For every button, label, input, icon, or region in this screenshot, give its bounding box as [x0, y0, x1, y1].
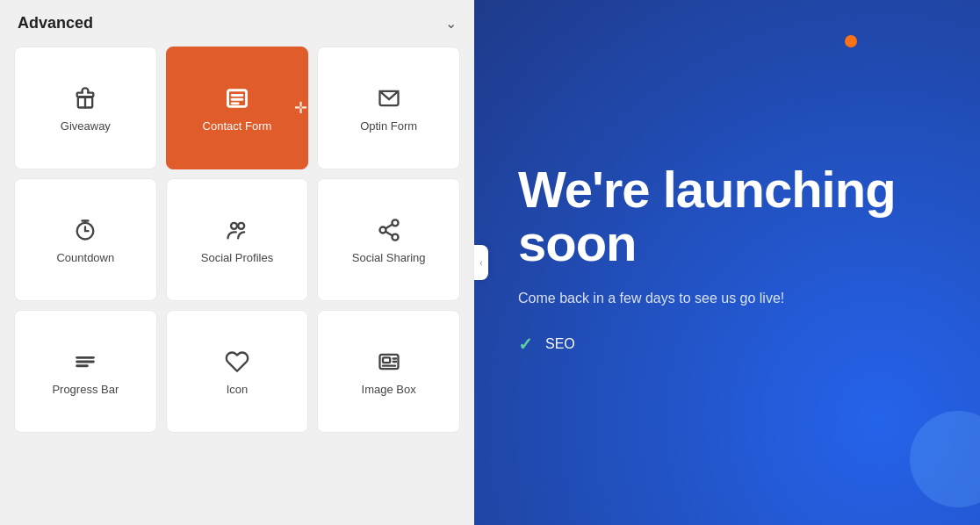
svg-line-16 [386, 224, 393, 228]
feature-seo-label: SEO [545, 336, 575, 352]
decorative-dot-orange [845, 35, 857, 47]
grid-item-countdown[interactable]: Countdown [14, 178, 157, 301]
left-panel-wrapper: Advanced ⌄ Giveaway [0, 0, 474, 525]
svg-point-11 [238, 222, 244, 228]
grid-item-icon-widget[interactable]: Icon [166, 310, 309, 433]
image-box-label: Image Box [362, 383, 416, 396]
left-panel: Advanced ⌄ Giveaway [0, 0, 474, 525]
svg-line-15 [386, 231, 393, 235]
panel-title: Advanced [18, 14, 93, 32]
preview-content: We're launching soon Come back in a few … [518, 163, 936, 362]
social-profiles-label: Social Profiles [201, 251, 273, 264]
optin-form-label: Optin Form [360, 119, 417, 133]
chevron-down-icon[interactable]: ⌄ [445, 15, 457, 32]
grid-item-contact-form[interactable]: Contact Form ✛ [166, 47, 309, 169]
preview-heading: We're launching soon [518, 163, 936, 270]
countdown-icon [71, 216, 99, 244]
grid-item-image-box[interactable]: Image Box [317, 310, 460, 433]
check-icon: ✓ [518, 334, 533, 355]
social-profiles-icon [223, 216, 251, 244]
contact-form-icon [223, 84, 251, 112]
panel-header: Advanced ⌄ [0, 0, 474, 47]
social-sharing-icon [375, 216, 403, 244]
svg-rect-21 [383, 357, 390, 363]
preview-subtext: Come back in a few days to see us go liv… [518, 288, 817, 309]
image-box-icon [375, 348, 403, 376]
grid-item-social-profiles[interactable]: Social Profiles [166, 178, 309, 301]
icon-widget-icon [223, 348, 251, 376]
preview-panel: We're launching soon Come back in a few … [474, 0, 980, 525]
grid-item-giveaway[interactable]: Giveaway [14, 47, 157, 169]
countdown-label: Countdown [56, 251, 114, 264]
giveaway-icon [71, 84, 99, 112]
contact-form-label: Contact Form [203, 119, 272, 133]
move-cursor-icon: ✛ [294, 98, 307, 118]
feature-item-seo: ✓ SEO [518, 334, 936, 355]
social-sharing-label: Social Sharing [352, 251, 426, 264]
progress-bar-icon [71, 348, 99, 376]
collapse-panel-button[interactable]: ‹ [474, 245, 488, 280]
svg-point-10 [231, 222, 237, 228]
icon-widget-label: Icon [227, 383, 249, 396]
optin-form-icon [375, 84, 403, 112]
giveaway-label: Giveaway [61, 119, 111, 133]
grid-item-optin-form[interactable]: Optin Form [317, 47, 460, 169]
grid-item-social-sharing[interactable]: Social Sharing [317, 178, 460, 301]
grid-item-progress-bar[interactable]: Progress Bar [14, 310, 157, 433]
widget-grid: Giveaway Contact Form ✛ [0, 47, 474, 447]
decorative-circle [910, 411, 980, 507]
progress-bar-label: Progress Bar [52, 383, 119, 396]
